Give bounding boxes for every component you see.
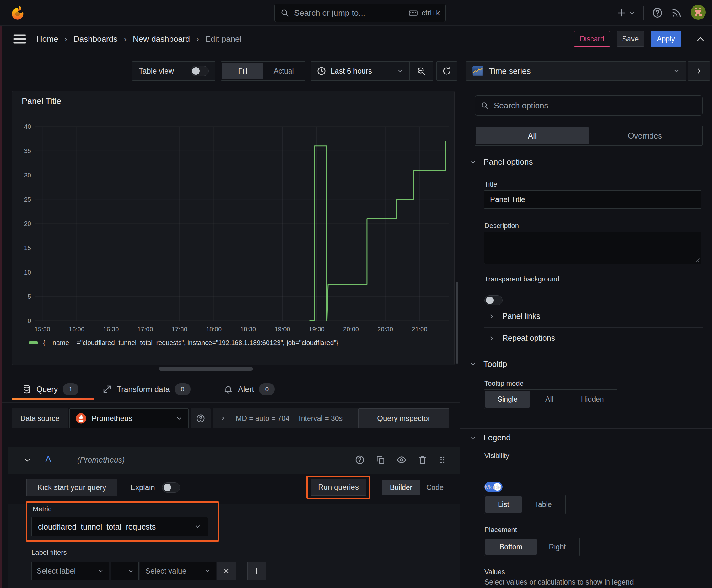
legend-mode-list[interactable]: List [486,496,522,512]
repeat-options-header[interactable]: Repeat options [489,334,555,343]
svg-text:18:30: 18:30 [240,326,256,333]
query-help-icon[interactable] [355,455,365,465]
legend-mode-label: Mode [484,483,502,491]
explain-toggle[interactable] [162,482,180,492]
query-inspector-button[interactable]: Query inspector [358,408,449,428]
description-label: Description [484,222,519,230]
actual-option[interactable]: Actual [263,63,304,80]
toggle-options-pane-button[interactable] [688,61,710,81]
textarea-resize-grip-icon[interactable] [694,257,700,262]
tab-all[interactable]: All [476,127,589,145]
chevron-down-icon [176,415,183,422]
time-series-viz-icon [472,65,484,77]
tooltip-header[interactable]: Tooltip [470,359,507,369]
chevron-down-icon [470,159,477,166]
datasource-help-button[interactable] [191,408,211,428]
time-range-picker[interactable]: Last 6 hours [311,62,409,80]
tooltip-mode-hidden[interactable]: Hidden [569,391,616,408]
delete-query-trash-icon[interactable] [417,455,428,465]
panel-links-header[interactable]: Panel links [489,312,540,321]
chart-legend: {__name__="cloudflared_tunnel_total_requ… [28,339,339,346]
breadcrumb-home[interactable]: Home [37,34,58,44]
fill-actual-switch: Fill Actual [221,61,305,81]
user-avatar[interactable] [691,5,706,21]
transparent-background-label: Transparent background [484,275,559,283]
duplicate-query-icon[interactable] [375,455,386,465]
select-label-placeholder: Select label [37,567,75,575]
panel-title-input[interactable] [484,190,701,209]
select-value-dropdown[interactable]: Select value [140,562,216,581]
table-view-label: Table view [139,67,174,76]
apply-button[interactable]: Apply [651,31,681,47]
remove-filter-button[interactable] [217,562,236,581]
bell-icon [223,384,233,394]
svg-text:19:30: 19:30 [309,326,325,333]
options-search[interactable]: Search options [475,96,703,115]
legend-placement-right[interactable]: Right [537,539,578,555]
save-button[interactable]: Save [617,31,644,47]
breadcrumb-new-dashboard[interactable]: New dashboard [133,34,190,44]
query-collapse-button[interactable] [23,456,31,464]
legend-placement-bottom[interactable]: Bottom [486,539,537,555]
datasource-picker[interactable]: Prometheus [69,408,189,428]
search-icon [481,102,489,110]
discard-button[interactable]: Discard [574,31,610,47]
tooltip-mode-all[interactable]: All [530,391,569,408]
tab-alert[interactable]: Alert 0 [223,378,275,400]
legend-header[interactable]: Legend [470,433,511,443]
panel-resize-handle[interactable] [159,367,253,371]
help-icon[interactable] [652,7,663,19]
tab-overrides[interactable]: Overrides [589,127,701,145]
builder-option[interactable]: Builder [382,480,420,495]
chevron-right-icon [489,313,495,319]
prometheus-logo-icon [75,413,87,424]
tooltip-mode-single[interactable]: Single [486,391,530,408]
query-ref-id[interactable]: A [45,454,51,465]
code-option[interactable]: Code [420,480,450,495]
tooltip-mode-label: Tooltip mode [484,379,524,387]
breadcrumb-dashboards[interactable]: Dashboards [73,34,117,44]
panel-description-input[interactable] [484,232,701,264]
screen-edge-strip [0,26,2,588]
select-label-dropdown[interactable]: Select label [31,562,109,581]
menu-toggle-button[interactable] [13,34,26,44]
svg-text:18:00: 18:00 [206,326,222,333]
database-icon [22,384,31,394]
global-search[interactable]: Search or jump to... ctrl+k [274,4,446,22]
max-data-points: MD = auto = 704 [236,414,289,423]
news-rss-icon[interactable] [671,7,683,19]
global-search-placeholder: Search or jump to... [294,8,408,18]
tab-query[interactable]: Query 1 [22,378,79,400]
collapse-header-chevron-up-icon[interactable] [695,34,706,44]
add-filter-button[interactable] [247,562,266,581]
plus-icon [253,567,261,575]
drag-handle-grip-icon[interactable] [438,455,447,465]
metric-label: Metric [33,505,51,513]
breadcrumb-separator: › [64,34,67,44]
zoom-out-button[interactable] [410,62,433,80]
datasource-value: Prometheus [92,414,132,423]
time-series-chart[interactable]: 051015202530354015:3016:0016:3017:0017:3… [12,91,455,365]
refresh-icon [442,66,452,76]
legend-mode-table[interactable]: Table [522,496,564,512]
grafana-logo[interactable] [9,4,26,23]
refresh-button[interactable] [436,61,457,81]
legend-series-label[interactable]: {__name__="cloudflared_tunnel_total_requ… [43,339,339,346]
visualization-picker[interactable]: Time series [466,61,686,81]
metric-select[interactable]: cloudflared_tunnel_total_requests [31,517,208,537]
fill-option[interactable]: Fill [222,63,263,80]
table-view-toggle[interactable] [191,66,209,76]
toggle-visibility-eye-icon[interactable] [396,455,407,465]
kickstart-query-button[interactable]: Kick start your query [26,479,117,496]
avatar-image [691,5,706,20]
operator-dropdown[interactable]: = [110,562,139,581]
tab-transform[interactable]: Transform data 0 [102,378,191,400]
query-options-bar[interactable]: MD = auto = 704 Interval = 30s [213,408,376,428]
grafana-logo-icon [9,4,26,21]
add-new-button[interactable] [617,8,635,18]
run-queries-button[interactable]: Run queries [311,479,366,496]
main-scrollbar[interactable] [456,282,458,364]
panel-options-header[interactable]: Panel options [470,157,533,167]
legend-series-marker[interactable] [28,341,38,344]
query-interval: Interval = 30s [299,414,343,423]
